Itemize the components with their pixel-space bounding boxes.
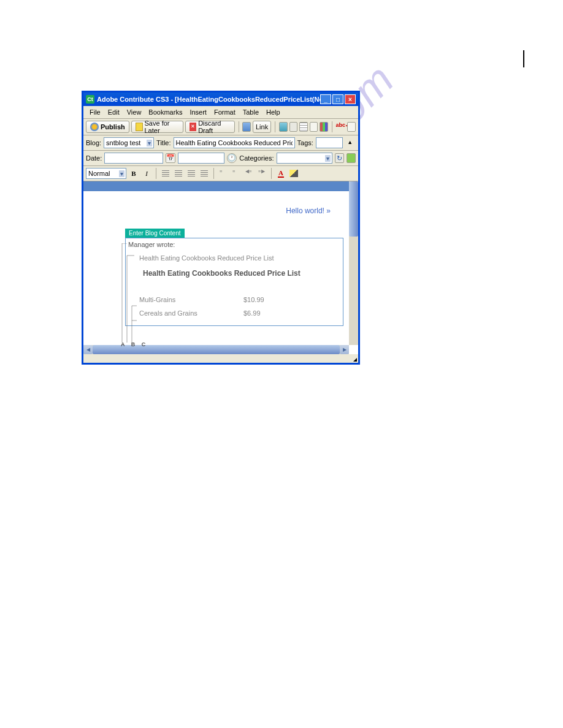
attach-icon[interactable]: [289, 122, 298, 132]
print-icon[interactable]: [242, 122, 251, 132]
highlight-button[interactable]: [288, 168, 299, 179]
refresh-icon[interactable]: ↻: [335, 153, 344, 163]
image-icon[interactable]: [279, 122, 288, 132]
close-button[interactable]: ×: [345, 94, 356, 104]
indent-icon: ≡▶: [258, 170, 266, 176]
highlight-icon: [289, 170, 298, 177]
time-input[interactable]: [178, 153, 224, 164]
format-toolbar: Normal B I ≡ ≡ ◀≡ ≡▶ A: [83, 166, 358, 181]
bold-button[interactable]: B: [128, 168, 139, 179]
tags-input[interactable]: [316, 137, 343, 148]
resize-grip-icon[interactable]: [353, 358, 357, 362]
tags-label: Tags:: [297, 139, 313, 146]
save-for-later-button[interactable]: Save for Later: [131, 121, 183, 133]
link-button[interactable]: Link: [253, 121, 271, 133]
date-fieldbar: Date: 📅 🕐 Categories: ↻: [83, 151, 358, 166]
blog-fieldbar: Blog: sntblog test Title: Tags: ▲: [83, 135, 358, 151]
menubar: File Edit View Bookmarks Insert Format T…: [83, 106, 358, 119]
manager-wrote-text: Manager wrote:: [128, 241, 340, 248]
date-input[interactable]: [104, 153, 163, 164]
menu-file[interactable]: File: [86, 107, 104, 117]
italic-button[interactable]: I: [141, 168, 152, 179]
hello-world-link[interactable]: Hello world! »: [83, 191, 349, 221]
x-icon: ×: [190, 123, 196, 131]
publish-button[interactable]: Publish: [86, 121, 129, 133]
chart-icon[interactable]: [320, 122, 328, 132]
align-center-button[interactable]: [173, 168, 184, 179]
discard-label: Discard Draft: [198, 119, 230, 134]
blog-content-box: Enter Blog Content Manager wrote: Health…: [125, 229, 343, 326]
align-right-icon: [188, 170, 195, 176]
toolbar-separator-3: [332, 121, 332, 132]
style-dropdown[interactable]: Normal: [86, 168, 126, 179]
blog-tab-label: Enter Blog Content: [125, 229, 185, 238]
statusbar: [83, 354, 358, 363]
menu-view[interactable]: View: [123, 107, 145, 117]
preview-icon[interactable]: [347, 122, 356, 132]
clock-icon[interactable]: 🕐: [227, 153, 237, 163]
align-justify-button[interactable]: [199, 168, 210, 179]
ordered-list-button[interactable]: ≡: [231, 168, 242, 179]
table-icon[interactable]: [299, 122, 308, 132]
blog-dropdown[interactable]: sntblog test: [104, 137, 154, 148]
scroll-thumb[interactable]: [349, 181, 358, 237]
window-controls: _ □ ×: [320, 94, 356, 104]
align-center-icon: [175, 170, 182, 176]
menu-bookmarks[interactable]: Bookmarks: [145, 107, 186, 117]
discard-draft-button[interactable]: × Discard Draft: [185, 121, 235, 133]
app-icon: Ct: [86, 95, 94, 104]
window-title: Adobe Contribute CS3 - [HealthEatingCook…: [97, 96, 320, 103]
outdent-button[interactable]: ◀≡: [243, 168, 255, 179]
outdent-icon: ◀≡: [245, 170, 253, 176]
table-row: Cereals and Grains $6.99: [139, 309, 340, 317]
minimize-button[interactable]: _: [320, 94, 331, 104]
save-icon: [136, 123, 143, 131]
text-color-button[interactable]: A: [275, 168, 286, 179]
unordered-list-button[interactable]: ≡: [218, 168, 229, 179]
align-justify-icon: [201, 170, 208, 176]
blog-label: Blog:: [86, 139, 101, 146]
scroll-left-button[interactable]: ◀: [83, 345, 93, 354]
menu-table[interactable]: Table: [239, 107, 262, 117]
titlebar[interactable]: Ct Adobe Contribute CS3 - [HealthEatingC…: [83, 93, 358, 106]
calendar-icon[interactable]: 📅: [166, 153, 175, 163]
blog-frame[interactable]: Manager wrote: Health Eating Cookbooks R…: [125, 238, 343, 326]
menu-help[interactable]: Help: [262, 107, 284, 117]
indent-button[interactable]: ≡▶: [256, 168, 267, 179]
publish-label: Publish: [101, 123, 125, 131]
table-row: Multi-Grains $10.99: [139, 296, 340, 303]
page-cursor-mark: [523, 50, 524, 67]
align-right-button[interactable]: [186, 168, 197, 179]
blog-value: sntblog test: [106, 139, 140, 146]
format-separator-1: [156, 168, 156, 179]
item-price: $6.99: [243, 309, 261, 317]
maximize-button[interactable]: □: [332, 94, 343, 104]
item-name: Multi-Grains: [139, 296, 243, 303]
unordered-list-icon: ≡: [220, 170, 227, 176]
spellcheck-icon[interactable]: abc✓: [335, 122, 345, 132]
menu-format[interactable]: Format: [210, 107, 239, 117]
title-input[interactable]: [174, 137, 295, 148]
save-later-label: Save for Later: [145, 119, 179, 134]
scroll-right-button[interactable]: ▶: [340, 345, 349, 354]
content-area: Hello world! » Enter Blog Content Manage…: [83, 181, 358, 354]
options-icon[interactable]: [347, 153, 356, 163]
format-separator-2: [213, 168, 214, 179]
hello-arrow-icon: »: [326, 207, 331, 215]
quote-cite: Health Eating Cookbooks Reduced Price Li…: [139, 254, 340, 262]
toolbar-separator: [239, 121, 239, 132]
main-toolbar: Publish Save for Later × Discard Draft L…: [83, 119, 358, 135]
categories-label: Categories:: [239, 154, 274, 162]
format-separator-3: [271, 168, 272, 179]
menu-edit[interactable]: Edit: [104, 107, 123, 117]
item-name: Cereals and Grains: [139, 309, 243, 317]
align-left-button[interactable]: [160, 168, 171, 179]
callout-labels: A B C: [121, 341, 148, 347]
menu-insert[interactable]: Insert: [186, 107, 210, 117]
app-window: Ct Adobe Contribute CS3 - [HealthEatingC…: [82, 91, 360, 365]
vertical-scrollbar[interactable]: [349, 181, 358, 345]
page-icon[interactable]: [310, 122, 318, 132]
categories-dropdown[interactable]: [277, 153, 332, 164]
header-strip: [83, 181, 349, 191]
collapse-up-icon[interactable]: ▲: [345, 138, 355, 148]
